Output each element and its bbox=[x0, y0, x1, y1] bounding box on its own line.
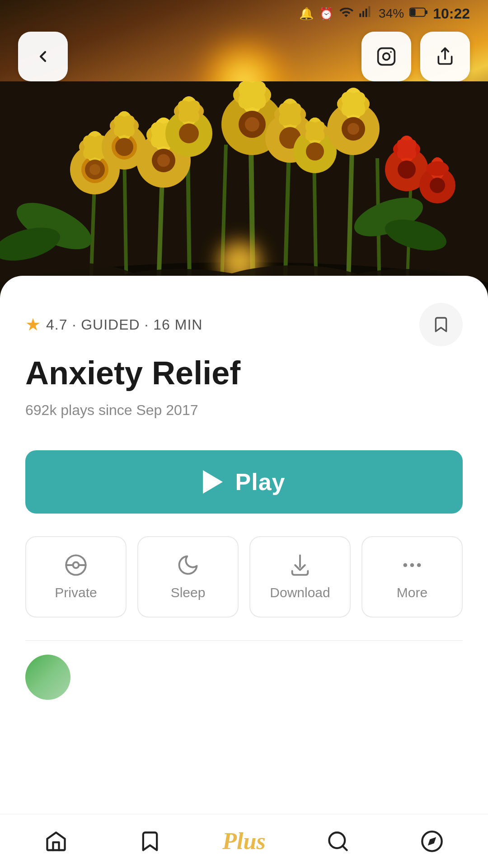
svg-rect-126 bbox=[362, 11, 364, 17]
wifi-icon bbox=[339, 5, 353, 23]
svg-point-35 bbox=[115, 138, 133, 156]
download-button[interactable]: Download bbox=[249, 536, 351, 618]
meta-info: ★ 4.7 · GUIDED · 16 MIN bbox=[25, 315, 202, 335]
session-duration: 16 MIN bbox=[153, 316, 202, 333]
svg-rect-127 bbox=[366, 9, 367, 17]
plus-label: Plus bbox=[222, 828, 265, 854]
nav-plus[interactable]: Plus bbox=[197, 828, 291, 854]
svg-point-134 bbox=[390, 51, 392, 53]
svg-point-113 bbox=[426, 161, 449, 176]
svg-point-98 bbox=[347, 123, 359, 135]
private-button[interactable]: Private bbox=[25, 536, 127, 618]
explore-nav-icon bbox=[420, 830, 444, 853]
notification-icon: 🔔 bbox=[299, 7, 314, 21]
svg-point-46 bbox=[157, 154, 170, 167]
svg-point-141 bbox=[410, 563, 414, 567]
svg-point-114 bbox=[430, 178, 445, 193]
related-content-row bbox=[25, 655, 463, 700]
play-button[interactable]: Play bbox=[25, 450, 463, 514]
top-right-buttons bbox=[361, 32, 470, 81]
svg-point-133 bbox=[383, 53, 390, 60]
play-icon bbox=[203, 470, 223, 494]
sleep-button[interactable]: Sleep bbox=[137, 536, 239, 618]
svg-point-142 bbox=[417, 563, 421, 567]
svg-marker-146 bbox=[428, 837, 436, 845]
nav-home[interactable] bbox=[9, 830, 103, 853]
svg-rect-125 bbox=[359, 13, 361, 17]
svg-line-144 bbox=[343, 846, 347, 850]
more-icon bbox=[400, 553, 424, 577]
star-icon: ★ bbox=[25, 315, 41, 335]
plays-count: 692k plays since Sep 2017 bbox=[25, 402, 463, 419]
search-nav-icon bbox=[326, 830, 350, 853]
clock: 10:22 bbox=[433, 5, 470, 22]
more-button[interactable]: More bbox=[361, 536, 463, 618]
bookmark-nav-icon bbox=[138, 830, 162, 853]
session-title: Anxiety Relief bbox=[25, 355, 463, 391]
nav-bookmark[interactable] bbox=[103, 830, 197, 853]
svg-point-24 bbox=[89, 164, 100, 175]
nav-search[interactable] bbox=[291, 830, 385, 853]
instagram-button[interactable] bbox=[361, 32, 411, 81]
svg-point-56 bbox=[179, 123, 199, 143]
svg-point-67 bbox=[245, 117, 259, 132]
rating: 4.7 bbox=[46, 316, 67, 333]
foliage-decoration bbox=[0, 81, 488, 307]
related-thumbnail bbox=[25, 655, 70, 700]
download-icon bbox=[288, 553, 312, 577]
separator1: · bbox=[67, 316, 81, 333]
battery-percent: 34% bbox=[379, 6, 404, 21]
svg-point-140 bbox=[404, 563, 408, 567]
back-button[interactable] bbox=[18, 32, 68, 81]
svg-rect-128 bbox=[368, 6, 370, 17]
svg-rect-130 bbox=[426, 10, 427, 14]
sleep-icon bbox=[176, 553, 200, 577]
session-type: GUIDED bbox=[81, 316, 140, 333]
share-button[interactable] bbox=[420, 32, 470, 81]
svg-point-87 bbox=[306, 142, 324, 160]
battery-icon bbox=[409, 7, 427, 21]
private-icon bbox=[64, 553, 88, 577]
content-card: ★ 4.7 · GUIDED · 16 MIN Anxiety Relief 6… bbox=[0, 276, 488, 814]
private-label: Private bbox=[55, 585, 97, 600]
svg-rect-131 bbox=[410, 9, 415, 16]
separator2: · bbox=[140, 316, 154, 333]
svg-point-108 bbox=[398, 160, 416, 179]
play-label: Play bbox=[235, 468, 286, 495]
sleep-label: Sleep bbox=[171, 585, 206, 600]
download-label: Download bbox=[270, 585, 330, 600]
meta-text: 4.7 · GUIDED · 16 MIN bbox=[46, 316, 202, 333]
status-bar: 🔔 ⏰ 34% 10:22 bbox=[0, 0, 488, 27]
meta-row: ★ 4.7 · GUIDED · 16 MIN bbox=[25, 303, 463, 346]
nav-explore[interactable] bbox=[385, 830, 479, 853]
alarm-icon: ⏰ bbox=[319, 7, 333, 21]
signal-icon bbox=[359, 5, 373, 23]
more-label: More bbox=[397, 585, 427, 600]
svg-rect-132 bbox=[378, 48, 395, 65]
bottom-nav: Plus bbox=[0, 814, 488, 868]
divider bbox=[25, 640, 463, 641]
home-icon bbox=[44, 830, 68, 853]
action-buttons-row: Private Sleep Download More bbox=[25, 536, 463, 618]
bookmark-button[interactable] bbox=[419, 303, 463, 346]
